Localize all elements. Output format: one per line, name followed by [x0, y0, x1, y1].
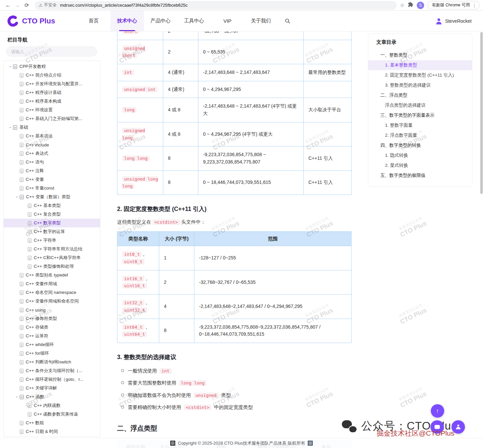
- table-cell: 8: [163, 146, 198, 171]
- tree-item[interactable]: C++ 环境设置: [4, 106, 100, 114]
- tree-item-label: C++ 表达式: [26, 150, 48, 156]
- type-name-cell: unsigned long: [117, 122, 163, 146]
- tree-item[interactable]: C++ 数字的运算: [4, 227, 100, 236]
- tree-item-label: C++ 存储类: [26, 324, 48, 330]
- document-icon: [20, 99, 23, 104]
- tree-item[interactable]: C++ 程序基本构成: [4, 97, 100, 106]
- toc-item[interactable]: 1. 整数字面量: [368, 120, 472, 130]
- advice-item: 一般情况使用 int: [119, 367, 352, 374]
- toc-item[interactable]: 1. 隐式转换: [368, 150, 472, 160]
- chevron-down-icon[interactable]: ›: [15, 194, 19, 200]
- tree-item[interactable]: C++ 基础入门之开始编写第...: [4, 114, 100, 123]
- sidebar-search-input[interactable]: [6, 46, 97, 57]
- tree-item[interactable]: C++ 复合类型: [4, 210, 100, 219]
- tree-item[interactable]: C++ 循环逻辑控制（goto、r...: [4, 375, 100, 384]
- tree-item-label: C++ 内联函数: [34, 403, 61, 409]
- chevron-down-icon[interactable]: ›: [8, 125, 12, 130]
- toc-item[interactable]: 二、浮点类型: [368, 90, 472, 100]
- document-icon: [20, 108, 23, 112]
- nav-item[interactable]: 关于我们: [244, 11, 278, 31]
- tree-item[interactable]: C++ 修饰符类型: [4, 314, 100, 323]
- extensions-icon[interactable]: [408, 2, 413, 9]
- tree-item[interactable]: C++ 日期 & 时间: [4, 427, 100, 436]
- tree-item-selected[interactable]: C++ 数字类型: [4, 219, 100, 227]
- tree-item[interactable]: C++ 判断语句if和switch: [4, 358, 100, 366]
- tree-item[interactable]: C++ 表达式: [4, 149, 100, 158]
- tree-item[interactable]: C++ C和C++风格字符串: [4, 253, 100, 262]
- toc-item[interactable]: 3. 整数类型的选择建议: [368, 80, 472, 90]
- tree-item[interactable]: C++ 条件分支与循环控制（...: [4, 366, 100, 375]
- toc-item[interactable]: 三、数字类型的字面量表示: [368, 110, 472, 120]
- forward-icon[interactable]: →: [13, 1, 22, 10]
- toc-item[interactable]: 一、整数类型: [368, 50, 472, 60]
- toc-item-active[interactable]: 1. 基本整数类型: [368, 60, 472, 70]
- tree-item[interactable]: C++ 变量: [4, 175, 100, 184]
- nav-item[interactable]: 技术中心: [110, 11, 144, 31]
- back-to-top-button[interactable]: ↑: [431, 404, 444, 418]
- tree-item[interactable]: ›CPP开发教程: [4, 62, 100, 71]
- tree-item[interactable]: C++ 基本类型: [4, 201, 100, 210]
- tree-item[interactable]: C++ 类型修饰和处理: [4, 262, 100, 271]
- tree-item[interactable]: C++ 程序设计基础: [4, 88, 100, 97]
- chevron-down-icon[interactable]: ›: [8, 64, 12, 69]
- tree-item[interactable]: C++ 常量const: [4, 184, 100, 193]
- document-icon: [20, 73, 23, 78]
- toc-item[interactable]: 浮点类型的选择建议: [368, 100, 472, 110]
- tree-item[interactable]: C++ 字符串: [4, 236, 100, 245]
- tree-item[interactable]: C++ 语句: [4, 158, 100, 166]
- tree-item[interactable]: C++ 基本语法: [4, 132, 100, 140]
- page-scrollbar-thumb[interactable]: [480, 32, 483, 194]
- tree-item[interactable]: C++ 关键字详解: [4, 384, 100, 393]
- chrome-update-button[interactable]: 有新版 Chrome 可用 ⋮: [427, 1, 480, 9]
- bookmark-star-icon[interactable]: ☆: [400, 2, 404, 8]
- back-icon[interactable]: ←: [3, 1, 13, 10]
- tree-item[interactable]: C++ 简介特点介绍: [4, 71, 100, 80]
- tree-item[interactable]: C++ 运算符: [4, 332, 100, 340]
- nav-item[interactable]: 工具中心: [177, 11, 211, 31]
- tree-item[interactable]: C++ include: [4, 140, 100, 149]
- tree-item[interactable]: C++ 变量作用域和命名空间: [4, 297, 100, 306]
- tree-item[interactable]: C++ 注释: [4, 166, 100, 175]
- security-chip[interactable]: ⚠ 不安全: [39, 2, 57, 8]
- tree-item[interactable]: ›C++ 变量（数据）类型: [4, 193, 100, 201]
- browser-profile-avatar[interactable]: S: [417, 2, 424, 9]
- tree-item[interactable]: C++ 变量作用域: [4, 279, 100, 288]
- address-bar[interactable]: ⚠ 不安全 mdrsec.com/#/ctoplus_article/cecaa…: [35, 1, 397, 10]
- toc-item[interactable]: 2. 浮点数字面量: [368, 130, 472, 140]
- tree-item-label: C++ 注释: [26, 168, 44, 174]
- tree-item[interactable]: C++ 类型别名 typedef: [4, 271, 100, 279]
- brand[interactable]: CTO Plus: [0, 15, 77, 27]
- tree-item[interactable]: C++ 命名空间 namespace: [4, 288, 100, 297]
- tree-item[interactable]: ›C++ 函数: [4, 393, 100, 401]
- tree-item-label: C++ 基本语法: [26, 133, 53, 139]
- tree-item[interactable]: C++ using: [4, 306, 100, 314]
- tree-item[interactable]: ›基础: [4, 123, 100, 132]
- security-label: 不安全: [44, 2, 57, 8]
- toc-item[interactable]: 四、数字类型的转换: [368, 140, 472, 150]
- inline-code: uint8_t: [122, 259, 144, 264]
- tree-item[interactable]: C++ while循环: [4, 340, 100, 349]
- refresh-icon[interactable]: ⟳: [22, 1, 31, 10]
- community-watermark-text: 掘金技术社区@CTOPlus: [377, 429, 454, 438]
- tree-item[interactable]: C++ 函数参数完美传递: [4, 410, 100, 419]
- tree-item[interactable]: C++ 字符串常用方法总结: [4, 245, 100, 253]
- logo-icon: [7, 15, 19, 27]
- toc-item[interactable]: 2. 固定宽度整数类型 (C++11 引入): [368, 70, 472, 80]
- tree-item[interactable]: C++ 内联函数: [4, 401, 100, 410]
- toc-item[interactable]: 2. 显式转换: [368, 160, 472, 171]
- nav-item[interactable]: 首页: [77, 11, 110, 31]
- tree-item[interactable]: C++ 存储类: [4, 323, 100, 332]
- tree-item[interactable]: C++ 基本的输入输出: [4, 436, 100, 437]
- toc-item[interactable]: 五、数字类型的极限值: [368, 171, 472, 181]
- user-box[interactable]: SteveRocket: [435, 17, 483, 25]
- nav-search-button[interactable]: [278, 18, 298, 24]
- chevron-down-icon[interactable]: ›: [15, 394, 19, 400]
- browser-menu-icon[interactable]: ⋮: [472, 3, 477, 8]
- tree-item-label: C++ 类型修饰和处理: [34, 263, 74, 269]
- nav-item[interactable]: 产品中心: [144, 11, 177, 31]
- tree-item[interactable]: C++ 开发环境安装与配置并...: [4, 80, 100, 88]
- tree-item-label: C++ 条件分支与循环控制（...: [26, 368, 82, 374]
- tree-item[interactable]: C++ for循环: [4, 349, 100, 358]
- tree-item[interactable]: C++ 数组: [4, 419, 100, 427]
- nav-item[interactable]: VIP: [211, 11, 244, 31]
